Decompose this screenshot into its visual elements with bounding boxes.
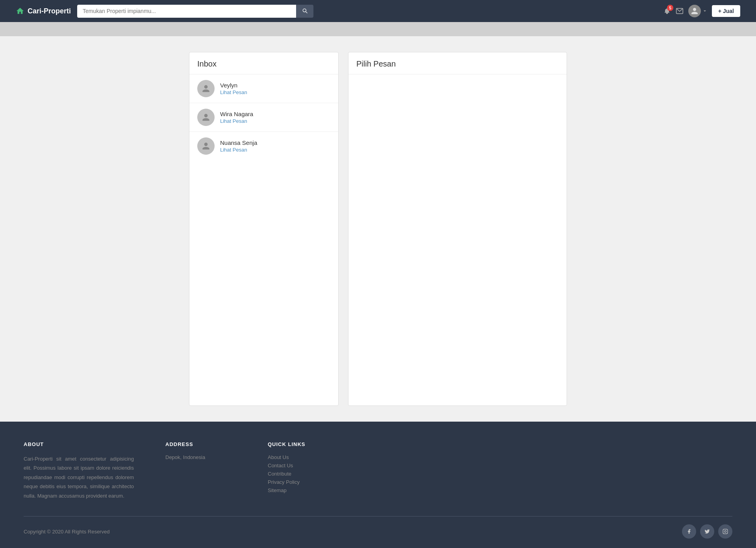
list-item: Nuansa Senja Lihat Pesan [189,132,338,160]
quicklinks-title: QUICK LINKS [268,441,327,447]
footer-link-privacy[interactable]: Privacy Policy [268,479,327,485]
lihat-pesan-link[interactable]: Lihat Pesan [220,118,253,124]
user-icon [201,141,211,151]
search-icon [302,7,308,14]
instagram-button[interactable] [718,524,732,539]
footer-about: ABOUT Cari-Properti sit amet consectetur… [24,441,134,500]
about-text: Cari-Properti sit amet consectetur adipi… [24,454,134,500]
notification-button[interactable]: 5 [663,7,671,15]
message-info: Nuansa Senja Lihat Pesan [220,139,257,153]
user-icon [201,112,211,122]
svg-rect-1 [723,529,728,534]
footer-quicklinks: QUICK LINKS About Us Contact Us Contribu… [268,441,327,500]
avatar [197,80,215,97]
sender-name: Wira Nagara [220,111,253,117]
message-info: Wira Nagara Lihat Pesan [220,111,253,124]
twitter-button[interactable] [700,524,714,539]
inbox-panel: Inbox Veylyn Lihat Pesan [189,52,339,406]
footer: ABOUT Cari-Properti sit amet consectetur… [0,422,756,548]
footer-link-contribute[interactable]: Contribute [268,471,327,477]
inbox-header: Inbox [189,52,338,74]
user-icon [691,7,699,15]
copyright-text: Copyright © 2020 All Rights Reserved [24,529,109,535]
mail-icon [676,7,684,15]
inbox-title: Inbox [197,59,330,68]
footer-address: ADDRESS Depok, Indonesia [165,441,236,500]
twitter-icon [704,529,710,534]
main-content: Inbox Veylyn Lihat Pesan [0,36,756,422]
address-title: ADDRESS [165,441,236,447]
navbar: Cari-Properti 5 [0,0,756,22]
pesan-header: Pilih Pesan [348,52,567,74]
sender-name: Veylyn [220,82,247,89]
facebook-button[interactable] [682,524,696,539]
jual-button[interactable]: + Jual [712,5,740,17]
footer-divider [24,516,732,517]
pesan-panel: Pilih Pesan [348,52,567,406]
home-icon [16,7,24,15]
search-input[interactable] [77,5,296,18]
footer-bottom: Copyright © 2020 All Rights Reserved [24,524,732,548]
brand-logo[interactable]: Cari-Properti [16,7,71,15]
instagram-icon [723,529,728,534]
lihat-pesan-link[interactable]: Lihat Pesan [220,147,257,153]
search-button[interactable] [296,5,313,18]
user-menu-button[interactable] [688,5,707,17]
footer-link-about[interactable]: About Us [268,454,327,460]
footer-top: ABOUT Cari-Properti sit amet consectetur… [24,441,732,516]
chevron-down-icon [702,9,707,13]
brand-name: Cari-Properti [28,7,71,15]
pesan-title: Pilih Pesan [356,59,559,68]
message-info: Veylyn Lihat Pesan [220,82,247,95]
avatar [197,137,215,155]
facebook-icon [686,529,692,534]
notification-badge: 5 [667,5,673,11]
avatar [688,5,701,17]
address-text: Depok, Indonesia [165,454,236,460]
inbox-container: Inbox Veylyn Lihat Pesan [189,52,567,406]
lihat-pesan-link[interactable]: Lihat Pesan [220,89,247,95]
search-form [77,5,313,18]
avatar [197,109,215,126]
mail-button[interactable] [676,7,684,15]
user-icon [201,83,211,94]
footer-link-contact[interactable]: Contact Us [268,463,327,468]
list-item: Veylyn Lihat Pesan [189,74,338,103]
subbar [0,22,756,36]
about-title: ABOUT [24,441,134,447]
navbar-icons: 5 + Jual [663,5,740,17]
social-icons [682,524,732,539]
footer-link-sitemap[interactable]: Sitemap [268,487,327,493]
sender-name: Nuansa Senja [220,139,257,146]
list-item: Wira Nagara Lihat Pesan [189,103,338,132]
